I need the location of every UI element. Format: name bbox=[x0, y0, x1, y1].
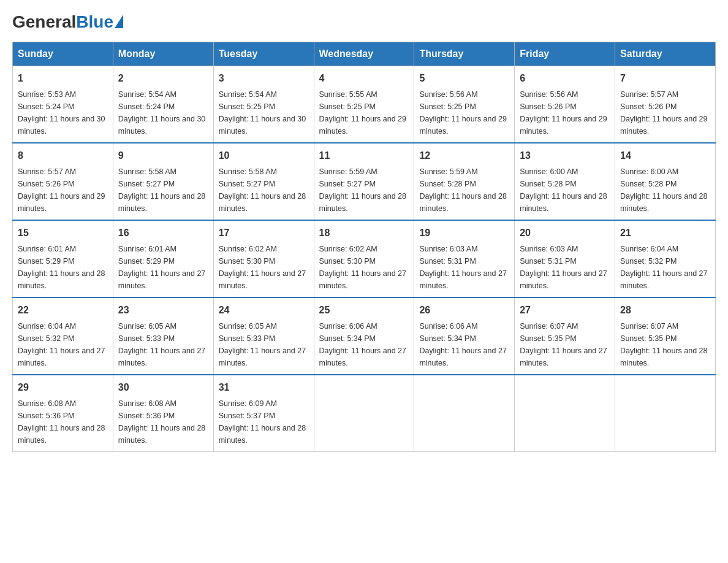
calendar-cell: 23 Sunrise: 6:05 AMSunset: 5:33 PMDaylig… bbox=[113, 297, 213, 375]
calendar-cell: 31 Sunrise: 6:09 AMSunset: 5:37 PMDaylig… bbox=[213, 375, 314, 452]
day-number: 16 bbox=[118, 226, 208, 240]
calendar-cell: 9 Sunrise: 5:58 AMSunset: 5:27 PMDayligh… bbox=[113, 143, 213, 220]
day-info: Sunrise: 5:55 AMSunset: 5:25 PMDaylight:… bbox=[319, 90, 406, 136]
day-info: Sunrise: 6:03 AMSunset: 5:31 PMDaylight:… bbox=[419, 245, 506, 290]
day-number: 10 bbox=[219, 148, 309, 163]
day-number: 2 bbox=[118, 71, 208, 86]
day-number: 26 bbox=[419, 303, 509, 318]
day-number: 12 bbox=[419, 148, 509, 163]
day-number: 6 bbox=[520, 71, 610, 86]
day-number: 22 bbox=[18, 303, 108, 318]
day-number: 20 bbox=[520, 226, 610, 240]
day-info: Sunrise: 6:07 AMSunset: 5:35 PMDaylight:… bbox=[620, 322, 707, 367]
weekday-header-tuesday: Tuesday bbox=[213, 42, 314, 66]
calendar-cell: 18 Sunrise: 6:02 AMSunset: 5:30 PMDaylig… bbox=[314, 220, 414, 297]
day-info: Sunrise: 6:05 AMSunset: 5:33 PMDaylight:… bbox=[118, 322, 205, 367]
day-info: Sunrise: 5:59 AMSunset: 5:28 PMDaylight:… bbox=[419, 167, 506, 213]
day-number: 11 bbox=[319, 148, 409, 163]
day-info: Sunrise: 6:06 AMSunset: 5:34 PMDaylight:… bbox=[319, 322, 406, 367]
calendar-cell: 4 Sunrise: 5:55 AMSunset: 5:25 PMDayligh… bbox=[314, 66, 414, 144]
calendar-cell: 8 Sunrise: 5:57 AMSunset: 5:26 PMDayligh… bbox=[13, 143, 113, 220]
calendar-cell: 14 Sunrise: 6:00 AMSunset: 5:28 PMDaylig… bbox=[615, 143, 716, 220]
weekday-header-friday: Friday bbox=[515, 42, 615, 66]
calendar-cell: 13 Sunrise: 6:00 AMSunset: 5:28 PMDaylig… bbox=[515, 143, 615, 220]
day-number: 30 bbox=[118, 380, 208, 395]
logo-blue-text: Blue bbox=[76, 12, 113, 32]
day-number: 17 bbox=[219, 226, 309, 240]
day-info: Sunrise: 5:54 AMSunset: 5:25 PMDaylight:… bbox=[219, 90, 306, 136]
logo: General Blue bbox=[12, 12, 123, 32]
calendar-week-4: 22 Sunrise: 6:04 AMSunset: 5:32 PMDaylig… bbox=[13, 297, 716, 375]
calendar-cell: 2 Sunrise: 5:54 AMSunset: 5:24 PMDayligh… bbox=[113, 66, 213, 144]
day-number: 4 bbox=[319, 71, 409, 86]
day-info: Sunrise: 6:04 AMSunset: 5:32 PMDaylight:… bbox=[18, 322, 105, 367]
calendar-cell: 11 Sunrise: 5:59 AMSunset: 5:27 PMDaylig… bbox=[314, 143, 414, 220]
day-info: Sunrise: 6:08 AMSunset: 5:36 PMDaylight:… bbox=[118, 399, 205, 445]
calendar-cell: 20 Sunrise: 6:03 AMSunset: 5:31 PMDaylig… bbox=[515, 220, 615, 297]
day-number: 8 bbox=[18, 148, 108, 163]
calendar-cell: 29 Sunrise: 6:08 AMSunset: 5:36 PMDaylig… bbox=[13, 375, 113, 452]
weekday-header-wednesday: Wednesday bbox=[314, 42, 414, 66]
calendar-cell: 21 Sunrise: 6:04 AMSunset: 5:32 PMDaylig… bbox=[615, 220, 716, 297]
calendar-cell: 17 Sunrise: 6:02 AMSunset: 5:30 PMDaylig… bbox=[213, 220, 314, 297]
calendar-cell: 7 Sunrise: 5:57 AMSunset: 5:26 PMDayligh… bbox=[615, 66, 716, 144]
weekday-header-saturday: Saturday bbox=[615, 42, 716, 66]
calendar-cell: 22 Sunrise: 6:04 AMSunset: 5:32 PMDaylig… bbox=[13, 297, 113, 375]
calendar-cell: 19 Sunrise: 6:03 AMSunset: 5:31 PMDaylig… bbox=[414, 220, 515, 297]
calendar-cell: 25 Sunrise: 6:06 AMSunset: 5:34 PMDaylig… bbox=[314, 297, 414, 375]
day-info: Sunrise: 5:58 AMSunset: 5:27 PMDaylight:… bbox=[219, 167, 306, 213]
day-number: 15 bbox=[18, 226, 108, 240]
day-info: Sunrise: 5:53 AMSunset: 5:24 PMDaylight:… bbox=[18, 90, 105, 136]
calendar-week-3: 15 Sunrise: 6:01 AMSunset: 5:29 PMDaylig… bbox=[13, 220, 716, 297]
calendar-cell: 6 Sunrise: 5:56 AMSunset: 5:26 PMDayligh… bbox=[515, 66, 615, 144]
calendar-cell: 3 Sunrise: 5:54 AMSunset: 5:25 PMDayligh… bbox=[213, 66, 314, 144]
day-info: Sunrise: 6:02 AMSunset: 5:30 PMDaylight:… bbox=[319, 245, 406, 290]
day-number: 29 bbox=[18, 380, 108, 395]
calendar-week-5: 29 Sunrise: 6:08 AMSunset: 5:36 PMDaylig… bbox=[13, 375, 716, 452]
day-info: Sunrise: 6:00 AMSunset: 5:28 PMDaylight:… bbox=[620, 167, 707, 213]
day-info: Sunrise: 6:03 AMSunset: 5:31 PMDaylight:… bbox=[520, 245, 607, 290]
calendar-cell: 15 Sunrise: 6:01 AMSunset: 5:29 PMDaylig… bbox=[13, 220, 113, 297]
day-number: 1 bbox=[18, 71, 108, 86]
day-info: Sunrise: 6:01 AMSunset: 5:29 PMDaylight:… bbox=[118, 245, 205, 290]
day-info: Sunrise: 6:00 AMSunset: 5:28 PMDaylight:… bbox=[520, 167, 607, 213]
day-info: Sunrise: 5:57 AMSunset: 5:26 PMDaylight:… bbox=[620, 90, 707, 136]
weekday-header-sunday: Sunday bbox=[13, 42, 113, 66]
calendar-cell bbox=[515, 375, 615, 452]
day-info: Sunrise: 6:02 AMSunset: 5:30 PMDaylight:… bbox=[219, 245, 306, 290]
calendar-table: SundayMondayTuesdayWednesdayThursdayFrid… bbox=[12, 42, 716, 452]
calendar-cell: 26 Sunrise: 6:06 AMSunset: 5:34 PMDaylig… bbox=[414, 297, 515, 375]
calendar-cell: 28 Sunrise: 6:07 AMSunset: 5:35 PMDaylig… bbox=[615, 297, 716, 375]
day-info: Sunrise: 6:05 AMSunset: 5:33 PMDaylight:… bbox=[219, 322, 306, 367]
day-info: Sunrise: 5:56 AMSunset: 5:26 PMDaylight:… bbox=[520, 90, 607, 136]
day-number: 13 bbox=[520, 148, 610, 163]
day-info: Sunrise: 6:07 AMSunset: 5:35 PMDaylight:… bbox=[520, 322, 607, 367]
calendar-cell bbox=[314, 375, 414, 452]
day-info: Sunrise: 5:59 AMSunset: 5:27 PMDaylight:… bbox=[319, 167, 406, 213]
day-info: Sunrise: 6:06 AMSunset: 5:34 PMDaylight:… bbox=[419, 322, 506, 367]
logo-triangle-icon bbox=[115, 15, 123, 28]
day-number: 14 bbox=[620, 148, 710, 163]
day-number: 18 bbox=[319, 226, 409, 240]
day-number: 24 bbox=[219, 303, 309, 318]
weekday-header-monday: Monday bbox=[113, 42, 213, 66]
calendar-cell: 1 Sunrise: 5:53 AMSunset: 5:24 PMDayligh… bbox=[13, 66, 113, 144]
weekday-header-row: SundayMondayTuesdayWednesdayThursdayFrid… bbox=[13, 42, 716, 66]
day-info: Sunrise: 5:54 AMSunset: 5:24 PMDaylight:… bbox=[118, 90, 205, 136]
day-number: 31 bbox=[219, 380, 309, 395]
day-number: 27 bbox=[520, 303, 610, 318]
day-info: Sunrise: 6:09 AMSunset: 5:37 PMDaylight:… bbox=[219, 399, 306, 445]
page-header: General Blue bbox=[12, 12, 716, 32]
calendar-cell: 12 Sunrise: 5:59 AMSunset: 5:28 PMDaylig… bbox=[414, 143, 515, 220]
calendar-cell: 30 Sunrise: 6:08 AMSunset: 5:36 PMDaylig… bbox=[113, 375, 213, 452]
day-number: 25 bbox=[319, 303, 409, 318]
day-number: 21 bbox=[620, 226, 710, 240]
calendar-week-2: 8 Sunrise: 5:57 AMSunset: 5:26 PMDayligh… bbox=[13, 143, 716, 220]
calendar-cell: 27 Sunrise: 6:07 AMSunset: 5:35 PMDaylig… bbox=[515, 297, 615, 375]
day-number: 3 bbox=[219, 71, 309, 86]
calendar-cell: 24 Sunrise: 6:05 AMSunset: 5:33 PMDaylig… bbox=[213, 297, 314, 375]
day-info: Sunrise: 5:58 AMSunset: 5:27 PMDaylight:… bbox=[118, 167, 205, 213]
day-info: Sunrise: 6:04 AMSunset: 5:32 PMDaylight:… bbox=[620, 245, 707, 290]
day-number: 23 bbox=[118, 303, 208, 318]
day-info: Sunrise: 5:56 AMSunset: 5:25 PMDaylight:… bbox=[419, 90, 506, 136]
